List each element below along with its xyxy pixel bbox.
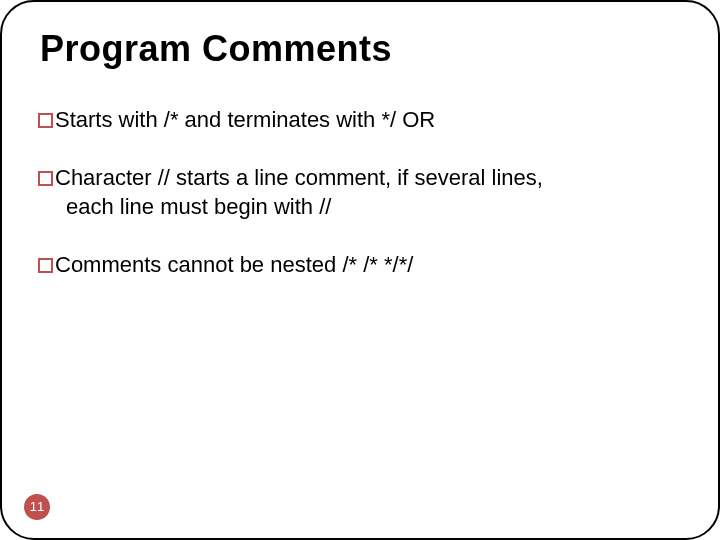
slide-frame: Program Comments Starts with /* and term… <box>0 0 720 540</box>
bullet-item: Starts with /* and terminates with */ OR <box>38 106 682 134</box>
square-bullet-icon <box>38 171 53 186</box>
bullet-text: Starts with /* and terminates with */ OR <box>55 107 435 132</box>
page-number-badge: 11 <box>24 494 50 520</box>
square-bullet-icon <box>38 258 53 273</box>
slide-title: Program Comments <box>40 28 682 70</box>
bullet-text: Comments cannot be nested /* /* */*/ <box>55 252 413 277</box>
bullet-item: Comments cannot be nested /* /* */*/ <box>38 251 682 279</box>
bullet-continuation: each line must begin with // <box>66 193 682 221</box>
square-bullet-icon <box>38 113 53 128</box>
bullet-item: Character // starts a line comment, if s… <box>38 164 682 221</box>
bullet-text: Character // starts a line comment, if s… <box>55 165 543 190</box>
